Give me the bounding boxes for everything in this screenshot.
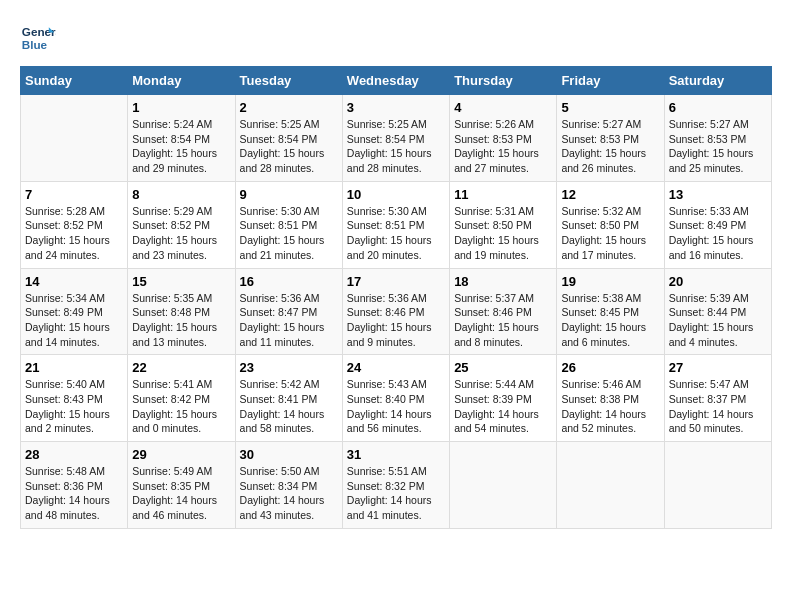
day-info: Sunrise: 5:24 AM Sunset: 8:54 PM Dayligh… — [132, 117, 230, 176]
calendar-cell: 17Sunrise: 5:36 AM Sunset: 8:46 PM Dayli… — [342, 268, 449, 355]
day-info: Sunrise: 5:38 AM Sunset: 8:45 PM Dayligh… — [561, 291, 659, 350]
calendar-cell: 20Sunrise: 5:39 AM Sunset: 8:44 PM Dayli… — [664, 268, 771, 355]
calendar-cell: 18Sunrise: 5:37 AM Sunset: 8:46 PM Dayli… — [450, 268, 557, 355]
day-number: 4 — [454, 100, 552, 115]
calendar-row: 7Sunrise: 5:28 AM Sunset: 8:52 PM Daylig… — [21, 181, 772, 268]
day-number: 16 — [240, 274, 338, 289]
calendar-cell: 16Sunrise: 5:36 AM Sunset: 8:47 PM Dayli… — [235, 268, 342, 355]
calendar-cell: 12Sunrise: 5:32 AM Sunset: 8:50 PM Dayli… — [557, 181, 664, 268]
day-info: Sunrise: 5:44 AM Sunset: 8:39 PM Dayligh… — [454, 377, 552, 436]
calendar-cell: 21Sunrise: 5:40 AM Sunset: 8:43 PM Dayli… — [21, 355, 128, 442]
calendar-row: 21Sunrise: 5:40 AM Sunset: 8:43 PM Dayli… — [21, 355, 772, 442]
calendar-cell: 3Sunrise: 5:25 AM Sunset: 8:54 PM Daylig… — [342, 95, 449, 182]
calendar-cell: 4Sunrise: 5:26 AM Sunset: 8:53 PM Daylig… — [450, 95, 557, 182]
calendar-row: 14Sunrise: 5:34 AM Sunset: 8:49 PM Dayli… — [21, 268, 772, 355]
day-number: 1 — [132, 100, 230, 115]
header-friday: Friday — [557, 67, 664, 95]
calendar-cell: 2Sunrise: 5:25 AM Sunset: 8:54 PM Daylig… — [235, 95, 342, 182]
day-info: Sunrise: 5:48 AM Sunset: 8:36 PM Dayligh… — [25, 464, 123, 523]
day-info: Sunrise: 5:34 AM Sunset: 8:49 PM Dayligh… — [25, 291, 123, 350]
day-info: Sunrise: 5:29 AM Sunset: 8:52 PM Dayligh… — [132, 204, 230, 263]
day-number: 5 — [561, 100, 659, 115]
logo: General Blue — [20, 20, 60, 56]
calendar-cell: 25Sunrise: 5:44 AM Sunset: 8:39 PM Dayli… — [450, 355, 557, 442]
calendar-cell: 19Sunrise: 5:38 AM Sunset: 8:45 PM Dayli… — [557, 268, 664, 355]
logo-icon: General Blue — [20, 20, 56, 56]
calendar-cell — [450, 442, 557, 529]
calendar-cell: 8Sunrise: 5:29 AM Sunset: 8:52 PM Daylig… — [128, 181, 235, 268]
day-number: 12 — [561, 187, 659, 202]
day-info: Sunrise: 5:40 AM Sunset: 8:43 PM Dayligh… — [25, 377, 123, 436]
day-info: Sunrise: 5:28 AM Sunset: 8:52 PM Dayligh… — [25, 204, 123, 263]
day-number: 20 — [669, 274, 767, 289]
day-number: 11 — [454, 187, 552, 202]
day-info: Sunrise: 5:27 AM Sunset: 8:53 PM Dayligh… — [561, 117, 659, 176]
day-number: 13 — [669, 187, 767, 202]
calendar-cell: 7Sunrise: 5:28 AM Sunset: 8:52 PM Daylig… — [21, 181, 128, 268]
day-info: Sunrise: 5:42 AM Sunset: 8:41 PM Dayligh… — [240, 377, 338, 436]
day-number: 26 — [561, 360, 659, 375]
day-number: 9 — [240, 187, 338, 202]
day-number: 3 — [347, 100, 445, 115]
calendar-cell: 24Sunrise: 5:43 AM Sunset: 8:40 PM Dayli… — [342, 355, 449, 442]
day-info: Sunrise: 5:37 AM Sunset: 8:46 PM Dayligh… — [454, 291, 552, 350]
calendar-cell: 31Sunrise: 5:51 AM Sunset: 8:32 PM Dayli… — [342, 442, 449, 529]
day-number: 7 — [25, 187, 123, 202]
day-number: 6 — [669, 100, 767, 115]
header-sunday: Sunday — [21, 67, 128, 95]
day-number: 18 — [454, 274, 552, 289]
day-number: 28 — [25, 447, 123, 462]
calendar-cell: 26Sunrise: 5:46 AM Sunset: 8:38 PM Dayli… — [557, 355, 664, 442]
day-number: 31 — [347, 447, 445, 462]
day-number: 8 — [132, 187, 230, 202]
page-header: General Blue — [20, 20, 772, 56]
day-number: 24 — [347, 360, 445, 375]
calendar-cell: 1Sunrise: 5:24 AM Sunset: 8:54 PM Daylig… — [128, 95, 235, 182]
day-info: Sunrise: 5:41 AM Sunset: 8:42 PM Dayligh… — [132, 377, 230, 436]
day-number: 23 — [240, 360, 338, 375]
day-number: 25 — [454, 360, 552, 375]
calendar-cell: 5Sunrise: 5:27 AM Sunset: 8:53 PM Daylig… — [557, 95, 664, 182]
day-info: Sunrise: 5:51 AM Sunset: 8:32 PM Dayligh… — [347, 464, 445, 523]
day-info: Sunrise: 5:43 AM Sunset: 8:40 PM Dayligh… — [347, 377, 445, 436]
day-info: Sunrise: 5:32 AM Sunset: 8:50 PM Dayligh… — [561, 204, 659, 263]
calendar-row: 1Sunrise: 5:24 AM Sunset: 8:54 PM Daylig… — [21, 95, 772, 182]
day-info: Sunrise: 5:35 AM Sunset: 8:48 PM Dayligh… — [132, 291, 230, 350]
day-number: 2 — [240, 100, 338, 115]
header-tuesday: Tuesday — [235, 67, 342, 95]
day-number: 22 — [132, 360, 230, 375]
day-info: Sunrise: 5:31 AM Sunset: 8:50 PM Dayligh… — [454, 204, 552, 263]
calendar-cell: 23Sunrise: 5:42 AM Sunset: 8:41 PM Dayli… — [235, 355, 342, 442]
day-number: 21 — [25, 360, 123, 375]
day-info: Sunrise: 5:46 AM Sunset: 8:38 PM Dayligh… — [561, 377, 659, 436]
header-monday: Monday — [128, 67, 235, 95]
day-info: Sunrise: 5:36 AM Sunset: 8:47 PM Dayligh… — [240, 291, 338, 350]
day-number: 29 — [132, 447, 230, 462]
day-info: Sunrise: 5:27 AM Sunset: 8:53 PM Dayligh… — [669, 117, 767, 176]
calendar-cell — [557, 442, 664, 529]
day-info: Sunrise: 5:30 AM Sunset: 8:51 PM Dayligh… — [347, 204, 445, 263]
day-info: Sunrise: 5:26 AM Sunset: 8:53 PM Dayligh… — [454, 117, 552, 176]
day-number: 19 — [561, 274, 659, 289]
day-info: Sunrise: 5:50 AM Sunset: 8:34 PM Dayligh… — [240, 464, 338, 523]
calendar-cell — [664, 442, 771, 529]
svg-text:Blue: Blue — [22, 38, 48, 51]
calendar-cell: 22Sunrise: 5:41 AM Sunset: 8:42 PM Dayli… — [128, 355, 235, 442]
calendar-cell: 13Sunrise: 5:33 AM Sunset: 8:49 PM Dayli… — [664, 181, 771, 268]
calendar-row: 28Sunrise: 5:48 AM Sunset: 8:36 PM Dayli… — [21, 442, 772, 529]
day-info: Sunrise: 5:49 AM Sunset: 8:35 PM Dayligh… — [132, 464, 230, 523]
day-number: 10 — [347, 187, 445, 202]
calendar-header-row: SundayMondayTuesdayWednesdayThursdayFrid… — [21, 67, 772, 95]
calendar-cell: 28Sunrise: 5:48 AM Sunset: 8:36 PM Dayli… — [21, 442, 128, 529]
calendar-cell: 27Sunrise: 5:47 AM Sunset: 8:37 PM Dayli… — [664, 355, 771, 442]
calendar-table: SundayMondayTuesdayWednesdayThursdayFrid… — [20, 66, 772, 529]
calendar-cell: 30Sunrise: 5:50 AM Sunset: 8:34 PM Dayli… — [235, 442, 342, 529]
header-thursday: Thursday — [450, 67, 557, 95]
day-info: Sunrise: 5:39 AM Sunset: 8:44 PM Dayligh… — [669, 291, 767, 350]
day-number: 30 — [240, 447, 338, 462]
day-info: Sunrise: 5:36 AM Sunset: 8:46 PM Dayligh… — [347, 291, 445, 350]
day-info: Sunrise: 5:47 AM Sunset: 8:37 PM Dayligh… — [669, 377, 767, 436]
day-info: Sunrise: 5:25 AM Sunset: 8:54 PM Dayligh… — [347, 117, 445, 176]
calendar-cell — [21, 95, 128, 182]
calendar-cell: 10Sunrise: 5:30 AM Sunset: 8:51 PM Dayli… — [342, 181, 449, 268]
